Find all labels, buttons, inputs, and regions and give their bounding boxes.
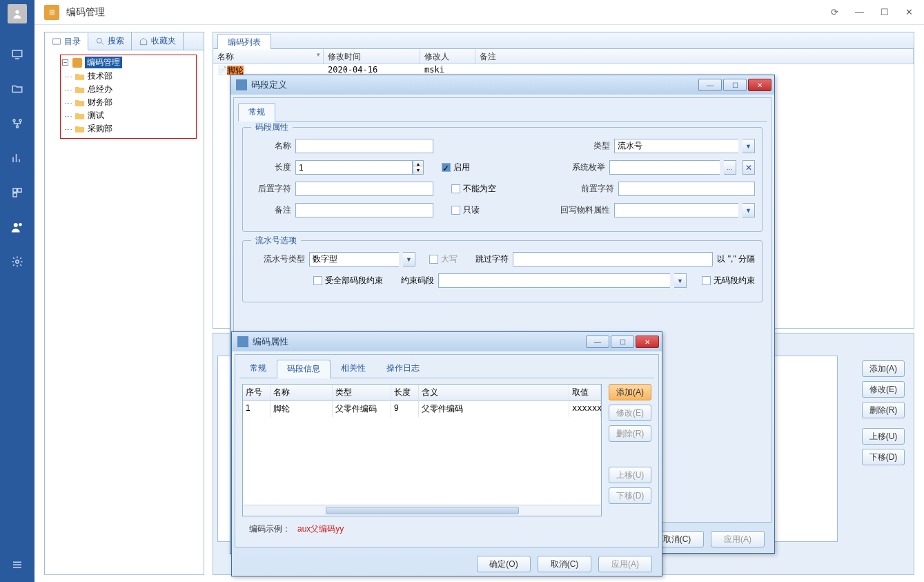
type-select[interactable] — [614, 139, 738, 153]
folder-icon[interactable] — [10, 81, 25, 97]
col-type[interactable]: 类型 — [333, 385, 391, 400]
tab-favorites-label: 收藏夹 — [151, 35, 176, 47]
constrain-seg-input[interactable] — [438, 273, 670, 288]
col-value[interactable]: 取值 — [569, 385, 601, 400]
tree-item-label: 采购部 — [88, 123, 112, 135]
dialog-titlebar[interactable]: 编码属性 — ☐ ✕ — [232, 332, 662, 351]
serial-type-select[interactable] — [309, 252, 399, 266]
writeback-input[interactable] — [614, 203, 738, 217]
prefix-label: 前置字符 — [559, 183, 614, 195]
tab-relation[interactable]: 相关性 — [331, 359, 376, 378]
svg-point-4 — [19, 119, 21, 122]
upper-checkbox[interactable]: 大写 — [429, 253, 458, 265]
col-modifier[interactable]: 修改人 — [420, 49, 475, 64]
length-spinner[interactable]: ▲▼ — [295, 160, 424, 175]
tab-directory[interactable]: 目录 — [45, 33, 88, 50]
col-mtime[interactable]: 修改时间 — [324, 49, 420, 64]
dropdown-icon[interactable]: ▼ — [403, 252, 415, 266]
bg-delete-button[interactable]: 删除(R) — [862, 402, 905, 418]
tab-general[interactable]: 常规 — [238, 103, 275, 122]
tree-item[interactable]: 测试 — [62, 109, 195, 122]
module-icon[interactable] — [10, 185, 25, 200]
delete-button[interactable]: 删除(R) — [609, 425, 651, 442]
maximize-button[interactable]: ☐ — [611, 336, 634, 348]
col-name[interactable]: 名称 — [271, 385, 333, 400]
dropdown-icon[interactable]: ▼ — [674, 273, 687, 288]
chart-icon[interactable] — [10, 151, 25, 166]
readonly-checkbox[interactable]: 只读 — [451, 204, 480, 216]
cancel-button[interactable]: 取消(C) — [538, 556, 591, 572]
spin-up-icon[interactable]: ▲ — [413, 161, 423, 167]
minimize-button[interactable]: — — [586, 336, 609, 348]
browse-icon[interactable]: … — [724, 160, 736, 175]
spin-down-icon[interactable]: ▼ — [413, 167, 423, 173]
menu-icon[interactable] — [10, 557, 25, 572]
refresh-icon[interactable]: ⟳ — [831, 7, 838, 17]
down-button[interactable]: 下移(D) — [609, 487, 651, 504]
col-meaning[interactable]: 含义 — [419, 385, 569, 400]
grid-row[interactable]: 1 脚轮 父零件编码 9 父零件编码 xxxxxx — [243, 401, 601, 417]
bg-up-button[interactable]: 上移(U) — [862, 428, 905, 445]
prefix-input[interactable] — [618, 182, 755, 196]
remark-input[interactable] — [295, 203, 433, 217]
users-icon[interactable] — [10, 220, 25, 235]
tab-log[interactable]: 操作日志 — [376, 359, 430, 378]
tab-search[interactable]: 搜索 — [88, 32, 132, 50]
name-input[interactable] — [295, 139, 433, 153]
close-button[interactable]: ✕ — [636, 336, 659, 348]
apply-button[interactable]: 应用(A) — [711, 531, 765, 547]
svg-rect-11 — [13, 193, 17, 197]
up-button[interactable]: 上移(U) — [609, 467, 651, 483]
suffix-input[interactable] — [295, 182, 433, 196]
ok-button[interactable]: 确定(O) — [477, 556, 531, 572]
close-icon[interactable]: ✕ — [905, 7, 913, 17]
bg-add-button[interactable]: 添加(A) — [862, 360, 905, 377]
enum-input[interactable] — [609, 160, 720, 175]
scrollbar-thumb[interactable] — [326, 507, 519, 514]
col-name[interactable]: 名称 — [213, 49, 324, 64]
constrain-all-checkbox[interactable]: 受全部码段约束 — [313, 275, 383, 287]
dialog-icon — [237, 336, 248, 347]
bg-down-button[interactable]: 下移(D) — [862, 449, 905, 465]
name-label: 名称 — [250, 140, 291, 152]
flow-icon[interactable] — [10, 116, 25, 131]
skip-input[interactable] — [513, 252, 713, 266]
dropdown-icon[interactable]: ▼ — [743, 139, 755, 153]
tree-item[interactable]: 采购部 — [62, 122, 195, 135]
minimize-button[interactable]: — — [698, 79, 722, 91]
notnull-checkbox[interactable]: 不能为空 — [451, 183, 496, 195]
scrollbar[interactable] — [243, 505, 601, 516]
clear-icon[interactable]: ✕ — [743, 160, 755, 175]
svg-rect-1 — [12, 50, 22, 57]
tree-item[interactable]: 总经办 — [62, 83, 195, 96]
monitor-icon[interactable] — [10, 47, 25, 62]
dropdown-icon[interactable]: ▼ — [743, 203, 755, 217]
enum-label: 系统枚举 — [550, 162, 605, 173]
close-button[interactable]: ✕ — [748, 79, 771, 91]
tab-general[interactable]: 常规 — [239, 359, 277, 378]
maximize-button[interactable]: ☐ — [723, 79, 747, 91]
length-input[interactable] — [295, 160, 413, 175]
bg-edit-button[interactable]: 修改(E) — [862, 381, 905, 398]
tab-favorites[interactable]: 收藏夹 — [132, 32, 184, 50]
enable-checkbox[interactable]: ✓启用 — [442, 162, 470, 173]
tab-encoding-list[interactable]: 编码列表 — [217, 34, 271, 49]
tree-root[interactable]: − 编码管理 — [62, 57, 195, 68]
col-idx[interactable]: 序号 — [243, 385, 271, 400]
tree-item[interactable]: 财务部 — [62, 96, 195, 109]
edit-button[interactable]: 修改(E) — [609, 405, 651, 421]
avatar[interactable] — [8, 4, 27, 23]
col-remark[interactable]: 备注 — [475, 49, 914, 64]
tab-segment-info[interactable]: 码段信息 — [277, 360, 331, 378]
dialog-titlebar[interactable]: 码段定义 — ☐ ✕ — [230, 75, 774, 95]
no-constrain-checkbox[interactable]: 无码段约束 — [702, 275, 755, 287]
maximize-icon[interactable]: ☐ — [881, 7, 889, 17]
collapse-icon[interactable]: − — [62, 59, 68, 66]
svg-rect-10 — [18, 188, 21, 192]
tree-item[interactable]: 技术部 — [62, 70, 195, 83]
col-length[interactable]: 长度 — [391, 385, 419, 400]
add-button[interactable]: 添加(A) — [609, 384, 651, 400]
gear-icon[interactable] — [10, 254, 25, 269]
minimize-icon[interactable]: — — [855, 7, 864, 17]
apply-button[interactable]: 应用(A) — [598, 556, 652, 572]
